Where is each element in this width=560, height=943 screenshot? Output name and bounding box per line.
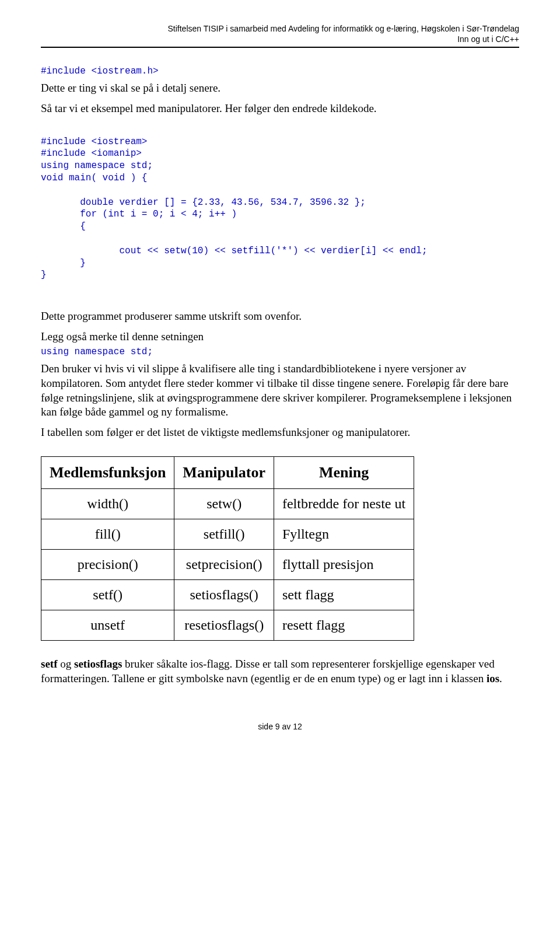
bold-text: setf	[41, 658, 57, 670]
cell: setw()	[174, 488, 274, 519]
paragraph: setf og setiosflags bruker såkalte ios-f…	[41, 657, 519, 686]
header-title: Inn og ut i C/C++	[41, 34, 519, 44]
code-block-main: #include <iostream> #include <iomanip> u…	[41, 136, 519, 282]
cell: unsetf	[41, 610, 174, 641]
th-manipulator: Manipulator	[174, 456, 274, 488]
text: .	[499, 672, 502, 684]
bold-text: ios	[487, 672, 499, 684]
paragraph: I tabellen som følger er det listet de v…	[41, 425, 519, 440]
cell: flyttall presisjon	[274, 549, 414, 579]
cell: sett flagg	[274, 580, 414, 610]
header-rule	[41, 47, 519, 48]
cell: resetiosflags()	[174, 610, 274, 641]
header-affiliation: Stiftelsen TISIP i samarbeid med Avdelin…	[41, 23, 519, 34]
functions-table: Medlemsfunksjon Manipulator Mening width…	[41, 456, 414, 641]
table-row: precision() setprecision() flyttall pres…	[41, 549, 414, 579]
table-row: unsetf resetiosflags() resett flagg	[41, 610, 414, 641]
cell: resett flagg	[274, 610, 414, 641]
cell: setiosflags()	[174, 580, 274, 610]
th-medlemsfunksjon: Medlemsfunksjon	[41, 456, 174, 488]
cell: fill()	[41, 519, 174, 549]
paragraph: Så tar vi et eksempel med manipulatorer.…	[41, 102, 519, 116]
th-mening: Mening	[274, 456, 414, 488]
page-header: Stiftelsen TISIP i samarbeid med Avdelin…	[41, 23, 519, 44]
cell: precision()	[41, 549, 174, 579]
cell: setf()	[41, 580, 174, 610]
cell: feltbredde for neste ut	[274, 488, 414, 519]
table-header-row: Medlemsfunksjon Manipulator Mening	[41, 456, 414, 488]
text: Legg også merke til denne setningen	[41, 330, 204, 343]
table-row: width() setw() feltbredde for neste ut	[41, 488, 414, 519]
bold-text: setiosflags	[74, 658, 122, 670]
code-include-old: #include <iostream.h>	[41, 65, 519, 78]
page-footer: side 9 av 12	[41, 721, 519, 732]
text: og	[57, 658, 74, 670]
paragraph: Legg også merke til denne setningen usin…	[41, 330, 519, 358]
cell: Fylltegn	[274, 519, 414, 549]
paragraph: Dette programmet produserer samme utskri…	[41, 309, 519, 324]
table-row: setf() setiosflags() sett flagg	[41, 580, 414, 610]
paragraph: Den bruker vi hvis vi vil slippe å kvali…	[41, 362, 519, 420]
table-row: fill() setfill() Fylltegn	[41, 519, 414, 549]
paragraph: Dette er ting vi skal se på i detalj sen…	[41, 81, 519, 96]
code-inline-using-namespace: using namespace std;	[41, 347, 153, 357]
cell: setfill()	[174, 519, 274, 549]
cell: width()	[41, 488, 174, 519]
cell: setprecision()	[174, 549, 274, 579]
